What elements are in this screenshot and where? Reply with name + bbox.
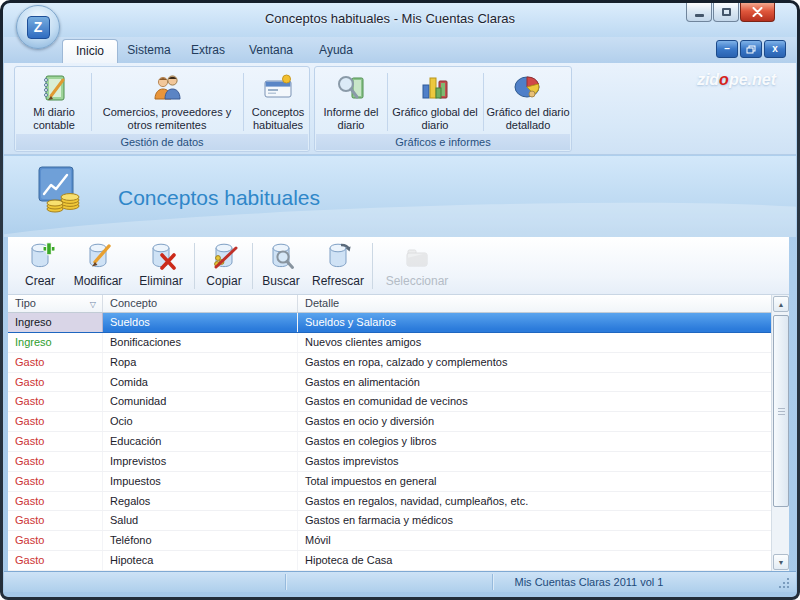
table-header-row: Tipo▽ Concepto Detalle — [8, 295, 771, 313]
ribbon-item-conceptos[interactable]: Conceptos habituales — [247, 70, 309, 134]
ribbon-group-caption: Gráficos e informes — [316, 134, 570, 150]
table-row[interactable]: GastoImpuestosTotal impuestos en general — [8, 472, 771, 492]
ribbon-item-mi-diario[interactable]: Mi diario contable — [19, 70, 89, 134]
diary-icon — [38, 71, 70, 105]
delete-icon — [145, 240, 177, 272]
toolbar: Crear Modificar Eliminar Copiar Bu — [8, 237, 789, 295]
table-row[interactable]: GastoRopaGastos en ropa, calzado y compl… — [8, 353, 771, 373]
cell-tipo: Gasto — [8, 392, 103, 411]
app-menu-button[interactable]: Z — [16, 5, 60, 49]
maximize-button[interactable] — [713, 3, 739, 22]
statusbar-text: Mis Cuentas Claras 2011 vol 1 — [499, 572, 679, 592]
table-row[interactable]: GastoRegalosGastos en regalos, navidad, … — [8, 492, 771, 512]
cell-detalle: Total impuestos en general — [298, 472, 771, 491]
column-header-concepto[interactable]: Concepto — [103, 295, 298, 312]
screenshot-stage: Conceptos habituales - Mis Cuentas Clara… — [0, 0, 800, 600]
ribbon-item-grafico-global[interactable]: Gráfico global del diario — [391, 70, 479, 134]
ribbon-item-label: Gráfico global del diario — [391, 106, 479, 132]
cell-concepto: Comunidad — [103, 392, 298, 411]
resize-grip[interactable] — [778, 577, 789, 588]
cell-concepto: Hipoteca — [103, 551, 298, 570]
search-button[interactable]: Buscar — [256, 240, 306, 292]
ribbon-group-graficos: Informe del diario Gráfico global del di… — [314, 66, 572, 152]
table-row[interactable]: IngresoBonificacionesNuevos clientes ami… — [8, 333, 771, 353]
refresh-button[interactable]: Refrescar — [308, 240, 368, 292]
cell-detalle: Hipoteca de Casa — [298, 551, 771, 570]
cell-concepto: Impuestos — [103, 472, 298, 491]
ribbon-item-grafico-detallado[interactable]: Gráfico del diario detallado — [485, 70, 571, 134]
minimize-button[interactable] — [686, 3, 712, 22]
cell-tipo: Gasto — [8, 353, 103, 372]
concepts-table: Tipo▽ Concepto Detalle IngresoSueldosSue… — [8, 295, 771, 571]
ribbon-tabstrip: Inicio Sistema Extras Ventana Ayuda – x — [4, 37, 796, 63]
scrollbar-thumb[interactable] — [773, 315, 789, 507]
toolbar-button-label: Eliminar — [139, 274, 182, 288]
cell-concepto: Sueldos — [103, 313, 298, 332]
column-header-tipo[interactable]: Tipo▽ — [8, 295, 103, 312]
scroll-down-button[interactable]: ▼ — [773, 554, 789, 570]
chart-coins-icon — [36, 164, 86, 218]
table-row[interactable]: GastoImprevistosGastos imprevistos — [8, 452, 771, 472]
mdi-close-button[interactable]: x — [764, 40, 786, 58]
sort-indicator-icon: ▽ — [90, 296, 96, 313]
create-button[interactable]: Crear — [16, 240, 64, 292]
tab-ayuda[interactable]: Ayuda — [310, 39, 362, 63]
ribbon-item-comercios[interactable]: Comercios, proveedores y otros remitente… — [95, 70, 239, 134]
ribbon-separator — [483, 73, 484, 131]
page-title: Conceptos habituales — [118, 186, 320, 210]
table-row[interactable]: GastoEducaciónGastos en colegios y libro… — [8, 432, 771, 452]
mdi-restore-icon — [746, 45, 756, 54]
page-header: Conceptos habituales — [4, 156, 796, 237]
ribbon-group-gestion: Mi diario contable Comercios, proveedore… — [14, 66, 310, 152]
table-row[interactable]: GastoComidaGastos en alimentación — [8, 373, 771, 393]
ribbon-item-label: Comercios, proveedores y otros remitente… — [95, 106, 239, 132]
table-row[interactable]: IngresoSueldosSueldos y Salarios — [8, 313, 771, 333]
cell-detalle: Sueldos y Salarios — [298, 313, 771, 332]
copy-button[interactable]: Copiar — [198, 240, 250, 292]
window-title: Conceptos habituales - Mis Cuentas Clara… — [120, 11, 660, 26]
ribbon-item-informe[interactable]: Informe del diario — [319, 70, 383, 134]
cell-tipo: Gasto — [8, 412, 103, 431]
toolbar-separator — [252, 243, 253, 289]
statusbar-divider — [285, 574, 286, 590]
cell-tipo: Gasto — [8, 373, 103, 392]
cell-concepto: Regalos — [103, 492, 298, 511]
table-row[interactable]: GastoComunidadGastos en comunidad de vec… — [8, 392, 771, 412]
toolbar-button-label: Copiar — [206, 274, 241, 288]
cell-detalle: Gastos en comunidad de vecinos — [298, 392, 771, 411]
pie-chart-icon — [512, 71, 544, 105]
toolbar-button-label: Refrescar — [312, 274, 364, 288]
search-icon — [265, 240, 297, 272]
vertical-scrollbar[interactable]: ▲ ▼ — [771, 295, 789, 571]
modify-button[interactable]: Modificar — [66, 240, 130, 292]
scroll-down-icon: ▼ — [778, 559, 785, 566]
ribbon-item-label: Conceptos habituales — [247, 106, 309, 132]
tab-ventana[interactable]: Ventana — [240, 39, 302, 63]
create-icon — [24, 240, 56, 272]
mdi-minimize-button[interactable]: – — [716, 40, 738, 58]
mdi-restore-button[interactable] — [740, 40, 762, 58]
tab-inicio[interactable]: Inicio — [62, 39, 118, 63]
refresh-icon — [322, 240, 354, 272]
ribbon: Mi diario contable Comercios, proveedore… — [4, 63, 796, 155]
modify-icon — [82, 240, 114, 272]
tab-sistema[interactable]: Sistema — [120, 39, 178, 63]
delete-button[interactable]: Eliminar — [132, 240, 190, 292]
cell-concepto: Ocio — [103, 412, 298, 431]
select-button[interactable]: Seleccionar — [378, 240, 456, 292]
table-row[interactable]: GastoOcioGastos en ocio y diversión — [8, 412, 771, 432]
scroll-up-button[interactable]: ▲ — [773, 296, 789, 312]
cell-tipo: Gasto — [8, 551, 103, 570]
cell-concepto: Ropa — [103, 353, 298, 372]
table-row[interactable]: GastoSaludGastos en farmacia y médicos — [8, 511, 771, 531]
tab-extras[interactable]: Extras — [184, 39, 232, 63]
close-button[interactable] — [740, 3, 775, 22]
mdi-close-icon: x — [772, 44, 778, 54]
table-row[interactable]: GastoHipotecaHipoteca de Casa — [8, 551, 771, 571]
column-header-detalle[interactable]: Detalle — [298, 295, 771, 312]
brand-text: zid — [697, 71, 719, 88]
toolbar-separator — [372, 243, 373, 289]
cell-detalle: Gastos en farmacia y médicos — [298, 511, 771, 530]
cell-tipo: Gasto — [8, 511, 103, 530]
table-row[interactable]: GastoTeléfonoMóvil — [8, 531, 771, 551]
